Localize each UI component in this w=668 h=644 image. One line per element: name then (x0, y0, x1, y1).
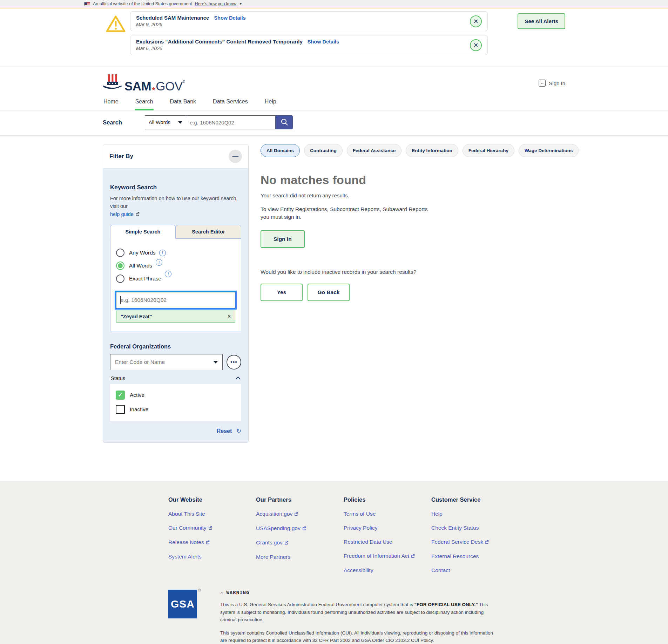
info-icon[interactable]: i (159, 250, 166, 256)
sign-in-link-top[interactable]: ← Sign In (539, 80, 565, 87)
go-back-button[interactable]: Go Back (308, 284, 350, 301)
nav-item-home[interactable]: Home (103, 97, 119, 110)
more-options-button[interactable]: ••• (227, 355, 241, 370)
gsa-registered-mark: ® (198, 588, 201, 592)
nav-item-search[interactable]: Search (135, 97, 154, 110)
yes-button[interactable]: Yes (261, 284, 303, 301)
footer-link-system-alerts[interactable]: System Alerts (168, 554, 256, 560)
footer-link-more-partners[interactable]: More Partners (256, 554, 344, 560)
brand-sam-text: SAM (124, 79, 151, 93)
checkbox-active[interactable]: ✓ (116, 391, 125, 400)
chevron-down-icon: ▼ (239, 2, 242, 6)
keyword-search-input[interactable] (116, 292, 235, 308)
footer-col-customer-service: Customer Service Help Check Entity Statu… (431, 496, 519, 574)
chip-remove-icon[interactable]: × (228, 313, 231, 320)
alert-close-button[interactable]: ✕ (470, 39, 482, 51)
search-submit-button[interactable] (276, 115, 293, 129)
alert-exclusions: Exclusions “Additional Comments” Content… (130, 35, 488, 55)
filter-panel: Filter By — Keyword Search For more info… (103, 144, 249, 443)
footer-link-grants[interactable]: Grants.gov (256, 540, 344, 546)
nav-item-data-services[interactable]: Data Services (212, 97, 249, 110)
search-type-select[interactable]: All Words (145, 115, 186, 129)
chevron-up-icon[interactable] (236, 377, 241, 381)
gov-banner: An official website of the United States… (0, 0, 668, 8)
search-label: Search (103, 119, 145, 126)
search-strip: Search All Words (0, 110, 668, 136)
footer-link-contact[interactable]: Contact (431, 567, 519, 574)
footer-link-acquisition[interactable]: Acquisition.gov (256, 511, 344, 517)
alert-date: Mar 9, 2026 (136, 22, 463, 27)
reset-filters-link[interactable]: Reset (217, 428, 232, 434)
no-matches-heading: No matches found (261, 173, 579, 187)
footer-link-federal-service-desk[interactable]: Federal Service Desk (431, 539, 519, 545)
radio-exact-phrase[interactable] (116, 274, 124, 283)
sign-in-arrow-icon: ← (539, 80, 546, 87)
alert-title: Exclusions “Additional Comments” Content… (136, 39, 303, 45)
footer-link-restricted-data[interactable]: Restricted Data Use (344, 539, 431, 545)
warning-title: WARNING (226, 590, 249, 595)
footer-link-help[interactable]: Help (431, 511, 519, 517)
footer-link-accessibility[interactable]: Accessibility (344, 567, 431, 574)
keyword-chip: "Zeyad Ezat" × (116, 311, 235, 323)
pill-federal-assistance[interactable]: Federal Assistance (347, 144, 402, 157)
tab-simple-search[interactable]: Simple Search (110, 225, 176, 239)
select-arrow-icon (214, 361, 218, 364)
how-you-know-link[interactable]: Here's how you know (195, 1, 236, 6)
nav-item-data-bank[interactable]: Data Bank (169, 97, 197, 110)
help-guide-link[interactable]: help guide (110, 211, 134, 217)
see-all-alerts-button[interactable]: See All Alerts (518, 13, 565, 29)
magnifier-icon (281, 118, 288, 127)
federal-org-combobox[interactable]: Enter Code or Name (110, 354, 223, 370)
footer-link-usaspending[interactable]: USASpending.gov (256, 525, 344, 532)
site-header: SAM★GOV® ← Sign In (103, 67, 565, 97)
footer-link-about[interactable]: About This Site (168, 511, 256, 517)
checkbox-label: Active (130, 392, 144, 398)
collapse-filters-button[interactable]: — (229, 150, 242, 163)
refresh-icon: ↻ (236, 428, 241, 434)
footer-link-release-notes[interactable]: Release Notes (168, 539, 256, 546)
gsa-logo: GSA (168, 590, 197, 618)
tab-search-editor[interactable]: Search Editor (176, 225, 241, 239)
footer-heading: Policies (344, 496, 431, 503)
warning-paragraph-2: This system contains Controlled Unclassi… (220, 629, 497, 644)
pill-federal-hierarchy[interactable]: Federal Hierarchy (463, 144, 514, 157)
sign-in-button[interactable]: Sign In (261, 230, 305, 248)
top-search-input[interactable] (186, 115, 276, 129)
brand-star: ★ (151, 86, 156, 91)
external-link-icon (302, 526, 306, 532)
footer-link-terms[interactable]: Terms of Use (344, 511, 431, 517)
checkbox-inactive[interactable] (116, 405, 125, 414)
select-arrow-icon (178, 121, 182, 124)
checkbox-label: Inactive (130, 406, 148, 413)
alert-show-details-link[interactable]: Show Details (214, 15, 245, 21)
footer-link-external-resources[interactable]: External Resources (431, 553, 519, 560)
keyword-tabs: Simple Search Search Editor (110, 225, 241, 239)
footer-link-community[interactable]: Our Community (168, 525, 256, 531)
status-filter-box: ✓ Active Inactive (110, 384, 241, 421)
pill-all-domains[interactable]: All Domains (261, 144, 300, 157)
alert-show-details-link[interactable]: Show Details (308, 39, 339, 45)
footer-link-privacy[interactable]: Privacy Policy (344, 525, 431, 531)
radio-any-words[interactable] (116, 249, 124, 257)
domain-pills: All Domains Contracting Federal Assistan… (261, 144, 579, 157)
footer-link-foia[interactable]: Freedom of Information Act (344, 553, 431, 560)
chip-label: "Zeyad Ezat" (121, 314, 152, 319)
combo-placeholder: Enter Code or Name (115, 359, 165, 365)
footer-link-check-entity-status[interactable]: Check Entity Status (431, 525, 519, 531)
pill-contracting[interactable]: Contracting (304, 144, 343, 157)
radio-all-words[interactable] (116, 262, 124, 270)
no-results-text: Your search did not return any results. (261, 192, 579, 198)
info-icon[interactable]: i (165, 271, 171, 277)
main-nav: Home Search Data Bank Data Services Help (0, 97, 668, 110)
pill-wage-determinations[interactable]: Wage Determinations (519, 144, 579, 157)
sam-gov-logo[interactable]: SAM★GOV® (103, 74, 185, 92)
uncle-sam-hat-icon (103, 74, 122, 92)
alert-date: Mar 6, 2026 (136, 46, 463, 51)
info-icon[interactable]: i (156, 259, 162, 266)
pill-entity-information[interactable]: Entity Information (406, 144, 458, 157)
footer-col-policies: Policies Terms of Use Privacy Policy Res… (344, 496, 431, 574)
nav-item-help[interactable]: Help (264, 97, 277, 110)
warning-triangle-icon (106, 15, 126, 59)
alert-close-button[interactable]: ✕ (470, 15, 482, 27)
site-footer: Our Website About This Site Our Communit… (0, 481, 668, 644)
